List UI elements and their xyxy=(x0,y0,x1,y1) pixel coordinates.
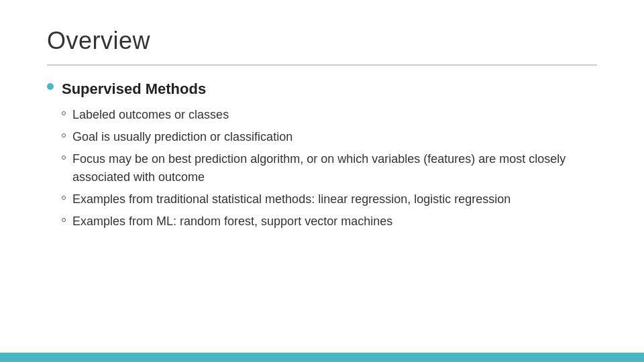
sub-bullet-text-1: Goal is usually prediction or classifica… xyxy=(72,128,292,146)
sub-bullets-list: Labeled outcomes or classes Goal is usua… xyxy=(47,106,597,231)
sub-bullet-dot-4 xyxy=(62,218,66,222)
sub-bullet-text-3: Examples from traditional statistical me… xyxy=(72,190,511,208)
level1-bullet-text: Supervised Methods xyxy=(62,79,206,100)
level1-bullet: Supervised Methods xyxy=(47,79,597,100)
sub-bullet-text-0: Labeled outcomes or classes xyxy=(72,106,229,124)
slide-title: Overview xyxy=(47,27,597,55)
content-area: Overview Supervised Methods Labeled outc… xyxy=(0,0,644,362)
sub-bullet-text-2: Focus may be on best prediction algorith… xyxy=(72,150,597,186)
sub-bullet-dot-0 xyxy=(62,111,66,115)
sub-bullet-dot-2 xyxy=(62,156,66,160)
sub-bullet-0: Labeled outcomes or classes xyxy=(62,106,597,124)
sub-bullet-1: Goal is usually prediction or classifica… xyxy=(62,128,597,146)
slide-container: Overview Supervised Methods Labeled outc… xyxy=(0,0,644,362)
sub-bullet-4: Examples from ML: random forest, support… xyxy=(62,213,597,231)
divider xyxy=(47,64,597,66)
sub-bullet-3: Examples from traditional statistical me… xyxy=(62,190,597,208)
bottom-bar xyxy=(0,353,644,362)
bullet-dot xyxy=(47,83,54,90)
sub-bullet-dot-3 xyxy=(62,196,66,200)
sub-bullet-dot-1 xyxy=(62,133,66,137)
sub-bullet-2: Focus may be on best prediction algorith… xyxy=(62,150,597,186)
sub-bullet-text-4: Examples from ML: random forest, support… xyxy=(72,213,392,231)
